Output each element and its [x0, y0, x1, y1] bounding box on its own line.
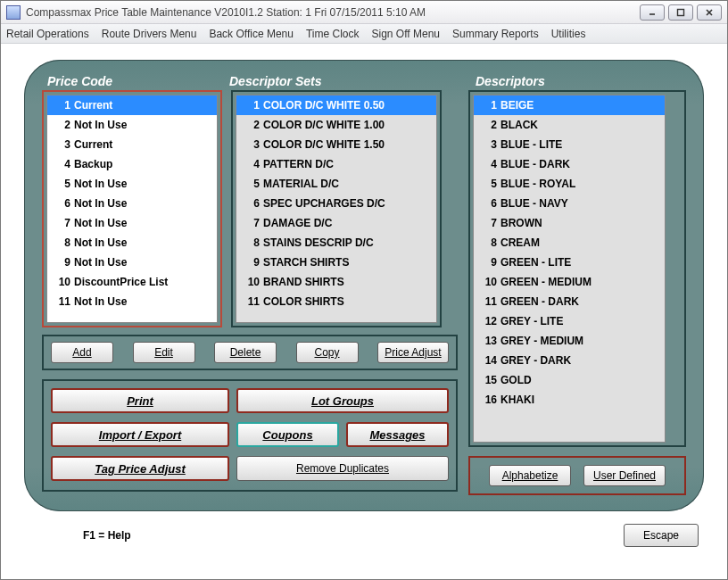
price-code-row[interactable]: 1Current — [47, 95, 217, 115]
descriptor-row[interactable]: 3BLUE - LITE — [474, 135, 665, 154]
menubar: Retail Operations Route Drivers Menu Bac… — [1, 24, 727, 44]
action-button-row: Add Edit Delete Copy Price Adjust — [42, 335, 458, 370]
descriptor-row[interactable]: 5BLUE - ROYAL — [474, 174, 665, 194]
price-code-row[interactable]: 2Not In Use — [47, 115, 217, 135]
tag-price-adjust-button[interactable]: Tag Price Adjust — [51, 456, 229, 481]
descriptor-row[interactable]: 4BLUE - DARK — [474, 154, 665, 174]
row-label: BLUE - NAVY — [500, 197, 568, 210]
alphabetize-button[interactable]: Alphabetize — [489, 465, 571, 486]
row-label: COLOR D/C WHITE 0.50 — [263, 99, 385, 112]
row-number: 6 — [51, 197, 74, 210]
row-number: 12 — [477, 315, 500, 327]
row-number: 9 — [477, 256, 500, 269]
remove-duplicates-button[interactable]: Remove Duplicates — [236, 456, 449, 481]
import-export-button[interactable]: Import / Export — [51, 422, 229, 447]
price-code-row[interactable]: 5Not In Use — [47, 174, 217, 194]
menu-time-clock[interactable]: Time Clock — [306, 28, 360, 40]
row-label: Not In Use — [74, 119, 127, 131]
descriptor-buttons: Alphabetize User Defined — [468, 456, 686, 495]
price-code-row[interactable]: 7Not In Use — [47, 213, 217, 233]
maximize-button[interactable] — [668, 4, 693, 21]
user-defined-button[interactable]: User Defined — [583, 465, 666, 486]
delete-button[interactable]: Delete — [214, 342, 277, 363]
row-label: Not In Use — [74, 178, 127, 190]
row-number: 15 — [477, 374, 500, 386]
row-label: Not In Use — [74, 256, 127, 269]
row-label: DAMAGE D/C — [263, 217, 332, 229]
main-panel: Price Code Descriptor Sets 1Current2Not … — [24, 60, 704, 511]
descriptor-row[interactable]: 16KHAKI — [474, 390, 665, 410]
messages-button[interactable]: Messages — [346, 422, 449, 447]
descriptor-set-row[interactable]: 8STAINS DESCRIP D/C — [236, 233, 436, 253]
row-label: KHAKI — [500, 394, 534, 406]
descriptor-row[interactable]: 6BLUE - NAVY — [474, 194, 665, 213]
row-number: 8 — [51, 236, 74, 249]
add-button[interactable]: Add — [51, 342, 113, 363]
row-number: 5 — [51, 178, 74, 190]
row-label: Current — [74, 99, 112, 112]
descriptor-row[interactable]: 15GOLD — [474, 370, 665, 390]
price-adjust-button[interactable]: Price Adjust — [377, 342, 449, 363]
descriptor-row[interactable]: 10GREEN - MEDIUM — [474, 272, 665, 292]
descriptor-row[interactable]: 7BROWN — [474, 213, 665, 233]
menu-retail-operations[interactable]: Retail Operations — [6, 28, 89, 40]
descriptors-list[interactable]: 1BEIGE2BLACK3BLUE - LITE4BLUE - DARK5BLU… — [473, 95, 666, 443]
menu-summary-reports[interactable]: Summary Reports — [452, 28, 539, 40]
descriptor-row[interactable]: 14GREY - DARK — [474, 351, 665, 370]
descriptor-row[interactable]: 8CREAM — [474, 233, 665, 253]
print-button[interactable]: Print — [51, 388, 229, 413]
price-code-row[interactable]: 9Not In Use — [47, 253, 217, 272]
row-label: COLOR D/C WHITE 1.50 — [263, 138, 385, 151]
menu-sign-off[interactable]: Sign Off Menu — [372, 28, 441, 40]
descriptor-row[interactable]: 13GREY - MEDIUM — [474, 331, 665, 351]
price-code-row[interactable]: 6Not In Use — [47, 194, 217, 213]
row-label: COLOR D/C WHITE 1.00 — [263, 119, 385, 131]
price-code-row[interactable]: 11Not In Use — [47, 292, 217, 311]
row-number: 9 — [240, 256, 263, 269]
descriptor-set-row[interactable]: 4PATTERN D/C — [236, 154, 436, 174]
descriptor-set-row[interactable]: 3COLOR D/C WHITE 1.50 — [236, 135, 436, 154]
descriptor-sets-list[interactable]: 1COLOR D/C WHITE 0.502COLOR D/C WHITE 1.… — [236, 95, 437, 323]
descriptors-frame: 1BEIGE2BLACK3BLUE - LITE4BLUE - DARK5BLU… — [468, 90, 686, 447]
descriptor-set-row[interactable]: 2COLOR D/C WHITE 1.00 — [236, 115, 436, 135]
descriptor-row[interactable]: 1BEIGE — [474, 95, 665, 115]
row-label: COLOR SHIRTS — [263, 295, 344, 308]
escape-button[interactable]: Escape — [624, 524, 699, 547]
copy-button[interactable]: Copy — [296, 342, 359, 363]
lot-groups-button[interactable]: Lot Groups — [236, 388, 449, 413]
edit-button[interactable]: Edit — [133, 342, 195, 363]
row-number: 2 — [240, 119, 263, 131]
menu-utilities[interactable]: Utilities — [551, 28, 586, 40]
descriptor-set-row[interactable]: 5MATERIAL D/C — [236, 174, 436, 194]
big-button-panel: Print Lot Groups Import / Export Coupons… — [42, 379, 458, 492]
descriptor-set-row[interactable]: 11COLOR SHIRTS — [236, 292, 436, 311]
descriptor-set-row[interactable]: 6SPEC UPCHARGES D/C — [236, 194, 436, 213]
minimize-button[interactable] — [640, 4, 665, 21]
row-label: CREAM — [500, 236, 540, 249]
menu-route-drivers[interactable]: Route Drivers Menu — [102, 28, 197, 40]
price-code-row[interactable]: 10DiscountPrice List — [47, 272, 217, 292]
descriptor-set-row[interactable]: 10BRAND SHIRTS — [236, 272, 436, 292]
price-code-row[interactable]: 4Backup — [47, 154, 217, 174]
menu-back-office[interactable]: Back Office Menu — [209, 28, 294, 40]
price-code-row[interactable]: 8Not In Use — [47, 233, 217, 253]
row-label: STARCH SHIRTS — [263, 256, 349, 269]
row-number: 10 — [51, 276, 74, 288]
coupons-button[interactable]: Coupons — [236, 422, 339, 447]
row-label: Not In Use — [74, 295, 127, 308]
price-code-list[interactable]: 1Current2Not In Use3Current4Backup5Not I… — [46, 95, 218, 323]
descriptor-row[interactable]: 9GREEN - LITE — [474, 253, 665, 272]
row-number: 14 — [477, 354, 500, 367]
price-code-row[interactable]: 3Current — [47, 135, 217, 154]
row-number: 2 — [477, 119, 500, 131]
descriptor-row[interactable]: 12GREY - LITE — [474, 311, 665, 331]
row-number: 6 — [240, 197, 263, 210]
descriptor-set-row[interactable]: 1COLOR D/C WHITE 0.50 — [236, 95, 436, 115]
row-label: Backup — [74, 158, 112, 170]
descriptor-row[interactable]: 2BLACK — [474, 115, 665, 135]
close-button[interactable] — [697, 4, 722, 21]
descriptor-row[interactable]: 11GREEN - DARK — [474, 292, 665, 311]
descriptor-set-row[interactable]: 7DAMAGE D/C — [236, 213, 436, 233]
descriptor-set-row[interactable]: 9STARCH SHIRTS — [236, 253, 436, 272]
row-number: 1 — [477, 99, 500, 112]
